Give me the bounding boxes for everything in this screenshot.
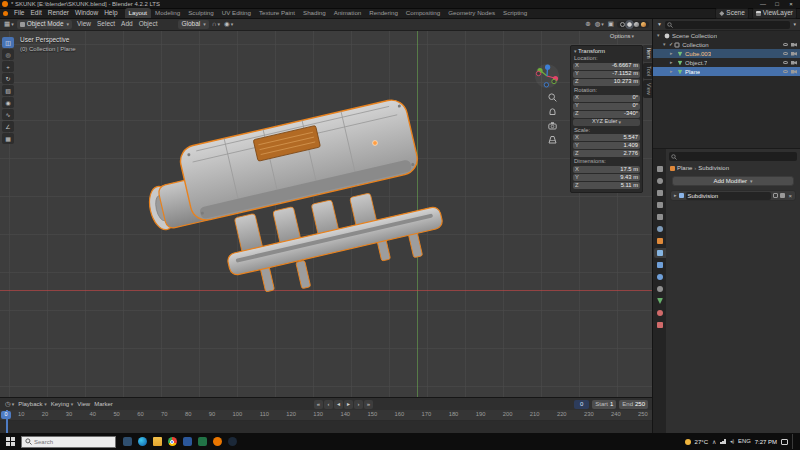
transport-button[interactable]: ‹ <box>324 400 333 409</box>
display-realtime-toggle[interactable] <box>773 193 778 198</box>
3d-viewport[interactable]: ◫ ◎ + ↻ <box>0 31 652 397</box>
modifier-panel[interactable]: ▸ Subdivision × <box>670 190 796 201</box>
timeline-editor-type-button[interactable]: ◷ <box>4 401 15 408</box>
playhead-frame-badge[interactable]: 0 <box>1 411 11 419</box>
workspace-tab[interactable]: Geometry Nodes <box>444 8 499 18</box>
taskbar-app-icon[interactable] <box>167 437 177 447</box>
rotation-mode-dropdown[interactable]: XYZ Euler <box>573 119 640 126</box>
scale-field[interactable]: X 5.547 <box>573 134 640 141</box>
menu-item[interactable]: Window <box>72 9 101 18</box>
timeline-menu-item[interactable]: View <box>77 401 90 407</box>
language-indicator[interactable]: ENG <box>738 439 751 445</box>
properties-tab[interactable] <box>654 176 666 186</box>
timeline-menu-item[interactable]: Playback ▾ <box>18 401 47 407</box>
properties-tab[interactable] <box>654 248 666 258</box>
filter-icon[interactable]: ▼ <box>656 22 663 27</box>
volume-icon[interactable]: ◂) <box>730 439 734 444</box>
close-icon[interactable]: × <box>788 193 792 199</box>
display-render-toggle[interactable] <box>780 193 785 198</box>
outliner-row[interactable]: ▸ Object.7 <box>653 58 800 67</box>
maximize-button[interactable]: □ <box>770 1 784 7</box>
workspace-tab[interactable]: Texture Paint <box>255 8 299 18</box>
breadcrumb-panel[interactable]: Subdivision <box>698 165 729 171</box>
taskbar-app-icon[interactable] <box>227 437 237 447</box>
taskbar-app-icon[interactable] <box>212 437 222 447</box>
add-modifier-button[interactable]: Add Modifier <box>672 176 794 186</box>
show-desktop-button[interactable] <box>792 434 795 449</box>
minimize-button[interactable]: — <box>756 1 770 7</box>
timeline-scrub-area[interactable]: 1020304050607080901001101201301401501601… <box>0 410 652 433</box>
tool-button[interactable]: ◎ <box>2 49 14 60</box>
location-field[interactable]: Y -7.1152 m <box>573 71 640 78</box>
taskbar-app-icon[interactable] <box>182 437 192 447</box>
tool-button[interactable]: ↻ <box>2 73 14 84</box>
outliner-search-input[interactable] <box>665 21 791 29</box>
eye-icon[interactable] <box>783 52 788 56</box>
snap-magnet-icon[interactable]: ∩ <box>211 21 221 28</box>
location-field[interactable]: Z 10.273 m <box>573 79 640 86</box>
properties-tab[interactable] <box>654 320 666 330</box>
workspace-tab[interactable]: Layout <box>125 8 152 18</box>
dimension-field[interactable]: Y 9.43 m <box>573 174 640 181</box>
menu-item[interactable]: Render <box>45 9 72 18</box>
workspace-tab[interactable]: Rendering <box>365 8 402 18</box>
collection-checkbox[interactable]: ✓ <box>669 42 673 47</box>
sidebar-tab[interactable]: Tool <box>643 63 652 79</box>
properties-tab[interactable] <box>654 188 666 198</box>
taskbar-app-icon[interactable] <box>122 437 132 447</box>
taskbar-app-icon[interactable] <box>152 437 162 447</box>
rendered-shading-icon[interactable] <box>641 22 646 27</box>
menu-item[interactable]: Add <box>118 20 136 29</box>
solid-shading-icon[interactable] <box>627 22 632 27</box>
clock[interactable]: 7:27 PM <box>755 439 777 445</box>
viewlayer-selector[interactable]: ViewLayer <box>752 8 797 19</box>
menu-item[interactable]: View <box>74 20 94 29</box>
taskbar-app-icon[interactable] <box>137 437 147 447</box>
options-dropdown[interactable]: Options <box>610 33 634 39</box>
properties-tab[interactable] <box>654 296 666 306</box>
taskbar-search[interactable] <box>21 436 116 448</box>
sidebar-tab[interactable]: View <box>643 80 652 98</box>
expand-icon[interactable]: ▾ <box>657 33 663 38</box>
scene-selector[interactable]: Scene <box>715 8 748 19</box>
material-shading-icon[interactable] <box>634 22 639 27</box>
start-button[interactable] <box>2 434 18 449</box>
mode-selector[interactable]: Object Mode <box>17 20 72 29</box>
outliner-row[interactable]: ▾ Scene Collection <box>653 31 800 40</box>
frame-ruler[interactable]: 1020304050607080901001101201301401501601… <box>0 410 652 421</box>
hidden-icons-chevron[interactable]: ∧ <box>712 439 716 445</box>
workspace-tab[interactable]: Compositing <box>402 8 444 18</box>
rotation-field[interactable]: X 0° <box>573 95 640 102</box>
timeline-menu-item[interactable]: Marker <box>94 401 113 407</box>
properties-tab[interactable] <box>654 260 666 270</box>
zoom-icon[interactable] <box>548 93 557 102</box>
tool-button[interactable]: ▦ <box>2 133 14 144</box>
camera-view-icon[interactable] <box>548 121 557 130</box>
tool-button[interactable]: ∠ <box>2 121 14 132</box>
transport-button[interactable]: « <box>314 400 323 409</box>
workspace-tab[interactable]: Scripting <box>499 8 531 18</box>
filter-dropdown-icon[interactable]: ▾ <box>792 22 797 27</box>
proportional-edit-icon[interactable]: ◉ <box>223 21 234 28</box>
outliner-row[interactable]: ▸ Cube.003 <box>653 49 800 58</box>
scale-field[interactable]: Y 1.409 <box>573 142 640 149</box>
properties-tab[interactable] <box>654 236 666 246</box>
perspective-toggle-icon[interactable] <box>548 135 557 144</box>
tool-button[interactable]: ▧ <box>2 85 14 96</box>
network-icon[interactable] <box>720 439 726 444</box>
properties-tab[interactable] <box>654 308 666 318</box>
properties-tab[interactable] <box>654 164 666 174</box>
camera-icon[interactable] <box>791 70 797 74</box>
nav-gizmo[interactable] <box>534 63 560 89</box>
rotation-field[interactable]: Z -340° <box>573 111 640 118</box>
menu-item[interactable]: Edit <box>27 9 44 18</box>
breadcrumb-object[interactable]: Plane <box>677 165 692 171</box>
properties-tab[interactable] <box>654 200 666 210</box>
sidebar-tab[interactable]: Item <box>643 45 652 62</box>
end-frame-field[interactable]: End 250 <box>619 400 648 409</box>
xray-icon[interactable]: ▣ <box>607 21 615 28</box>
tool-button[interactable]: ∿ <box>2 109 14 120</box>
menu-item[interactable]: Select <box>94 20 118 29</box>
menu-item[interactable]: File <box>11 9 27 18</box>
rotation-field[interactable]: Y 0° <box>573 103 640 110</box>
